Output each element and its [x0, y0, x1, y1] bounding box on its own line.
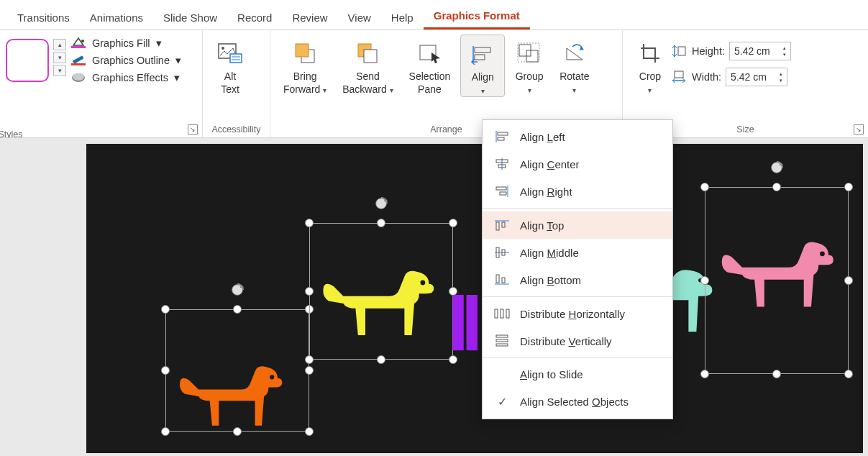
menu-distribute-horizontal[interactable]: Distribute Horizontally — [483, 300, 672, 327]
menu-align-middle[interactable]: Align Middle — [483, 239, 672, 266]
tab-slideshow[interactable]: Slide Show — [153, 4, 227, 29]
chevron-down-icon: ▾ — [528, 86, 531, 94]
group-label-size-text: Size — [736, 124, 754, 134]
rotate-handle-icon[interactable] — [229, 282, 245, 301]
selected-graphic-1[interactable] — [165, 309, 309, 432]
chevron-down-icon: ▾ — [572, 86, 576, 94]
alt-text-icon — [216, 39, 245, 68]
svg-rect-53 — [496, 335, 508, 337]
menu-separator — [483, 208, 672, 209]
selection-pane-label-2: Pane — [418, 83, 442, 95]
fill-icon — [70, 37, 86, 49]
svg-rect-39 — [496, 187, 506, 190]
group-graphics-styles: ▴ ▾ ▾ Graphics Fill ▾ Graphics Outline ▾… — [0, 30, 203, 137]
ribbon-tabs: Transitions Animations Slide Show Record… — [0, 0, 868, 30]
width-input[interactable]: 5.42 cm▴▾ — [726, 68, 787, 86]
dialog-launcher-icon[interactable]: ↘ — [188, 124, 198, 134]
send-backward-button[interactable]: SendBackward ▾ — [335, 35, 400, 96]
svg-rect-43 — [502, 222, 505, 227]
rotate-button[interactable]: Rotate▾ — [552, 35, 596, 96]
svg-rect-2 — [71, 63, 86, 65]
align-button[interactable]: Align▾ — [460, 35, 505, 97]
group-label-styles: Graphics Styles ↘ — [0, 132, 202, 137]
svg-rect-7 — [230, 54, 242, 63]
menu-align-selected-label: Align Selected Objects — [520, 396, 629, 408]
svg-rect-16 — [475, 47, 490, 53]
group-button[interactable]: Group▾ — [508, 35, 551, 96]
group-label: Group — [516, 70, 544, 82]
style-gallery-thumb[interactable] — [6, 39, 49, 82]
gallery-more-icon[interactable]: ▾ — [53, 65, 66, 76]
group-icon — [515, 39, 544, 68]
gallery-up-icon[interactable]: ▴ — [53, 39, 66, 50]
menu-align-to-slide[interactable]: Align to Slide — [483, 361, 672, 388]
menu-align-bottom[interactable]: Align Bottom — [483, 266, 672, 293]
spinner-icon[interactable]: ▴▾ — [780, 71, 782, 83]
bring-forward-button[interactable]: BringForward ▾ — [276, 35, 334, 96]
graphics-outline-button[interactable]: Graphics Outline ▾ — [70, 55, 181, 66]
menu-distribute-vertical[interactable]: Distribute Vertically — [483, 327, 672, 355]
editor-canvas[interactable] — [0, 138, 868, 456]
svg-rect-24 — [675, 71, 683, 78]
height-label: Height: — [692, 45, 725, 57]
svg-rect-22 — [678, 47, 685, 55]
rotate-handle-icon[interactable] — [769, 160, 785, 178]
svg-rect-42 — [496, 222, 499, 230]
rotate-icon — [560, 39, 589, 68]
svg-rect-40 — [500, 192, 506, 195]
menu-align-top-label: Align Top — [520, 219, 564, 232]
svg-rect-48 — [496, 275, 499, 283]
tab-record[interactable]: Record — [227, 4, 282, 29]
align-bottom-icon — [494, 273, 510, 286]
width-value: 5.42 cm — [731, 71, 767, 83]
alt-text-label-2: Text — [221, 83, 239, 95]
alt-text-label-1: Alt — [224, 70, 236, 82]
menu-align-right[interactable]: Align Right — [483, 178, 672, 205]
svg-rect-11 — [296, 44, 309, 57]
style-gallery-scroll[interactable]: ▴ ▾ ▾ — [53, 39, 66, 76]
gallery-down-icon[interactable]: ▾ — [53, 52, 66, 63]
graphics-effects-button[interactable]: Graphics Effects ▾ — [70, 72, 181, 83]
graphics-fill-button[interactable]: Graphics Fill ▾ — [70, 37, 181, 49]
svg-point-1 — [81, 40, 84, 42]
graphics-effects-label: Graphics Effects — [92, 72, 168, 83]
alt-text-button[interactable]: AltText — [209, 35, 252, 96]
rotate-handle-icon[interactable] — [373, 196, 389, 214]
tab-review[interactable]: Review — [282, 4, 337, 29]
svg-point-4 — [73, 73, 84, 81]
menu-align-left[interactable]: Align Left — [483, 123, 672, 150]
tab-animations[interactable]: Animations — [80, 4, 153, 29]
menu-align-center[interactable]: Align Center — [483, 150, 672, 178]
align-center-icon — [494, 158, 510, 170]
menu-align-top[interactable]: Align Top — [483, 211, 672, 239]
selected-graphic-2[interactable] — [309, 223, 453, 360]
selected-graphic-3[interactable] — [705, 187, 849, 374]
bring-forward-icon — [291, 39, 319, 68]
menu-align-selected-objects[interactable]: ✓ Align Selected Objects — [483, 388, 672, 416]
tab-help[interactable]: Help — [381, 4, 424, 29]
tab-view[interactable]: View — [338, 4, 381, 29]
align-icon — [468, 40, 497, 68]
selection-pane-button[interactable]: SelectionPane — [402, 35, 458, 96]
height-input[interactable]: 5.42 cm▴▾ — [729, 42, 791, 60]
spinner-icon[interactable]: ▴▾ — [783, 45, 786, 57]
send-backward-label-1: Send — [356, 70, 380, 82]
svg-rect-0 — [71, 46, 86, 48]
selection-pane-icon — [415, 39, 444, 68]
svg-rect-20 — [518, 43, 539, 62]
svg-rect-28 — [467, 295, 478, 350]
svg-rect-13 — [364, 50, 377, 63]
tab-graphics-format[interactable]: Graphics Format — [424, 2, 530, 29]
chevron-down-icon: ▾ — [390, 86, 393, 94]
rotate-label: Rotate — [559, 70, 589, 82]
align-right-icon — [494, 185, 510, 198]
menu-align-middle-label: Align Middle — [520, 247, 579, 259]
slide[interactable] — [86, 144, 863, 453]
chevron-down-icon: ▾ — [156, 37, 162, 49]
svg-rect-52 — [506, 309, 509, 318]
crop-button[interactable]: Crop▾ — [629, 35, 672, 96]
tab-transitions[interactable]: Transitions — [7, 4, 80, 29]
ribbon: ▴ ▾ ▾ Graphics Fill ▾ Graphics Outline ▾… — [0, 30, 868, 138]
dialog-launcher-icon[interactable]: ↘ — [854, 124, 864, 134]
graphics-fill-label: Graphics Fill — [92, 37, 150, 49]
